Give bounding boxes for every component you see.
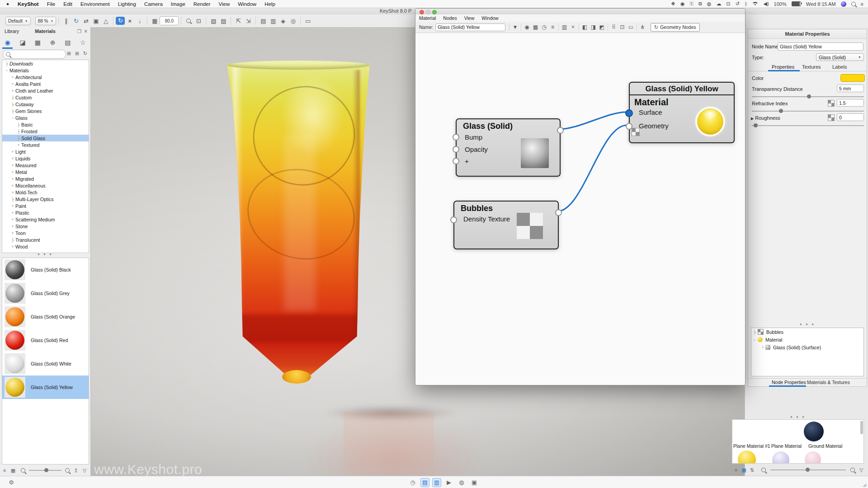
tree-expander[interactable]: + xyxy=(10,231,15,235)
tree-item[interactable]: ├ Translucent xyxy=(2,236,89,243)
tree-expander[interactable]: + xyxy=(10,89,15,93)
refractive-texture-icon[interactable] xyxy=(828,100,835,107)
presentation-mode-icon[interactable]: ▭ xyxy=(303,18,313,24)
tree-item[interactable]: + Architectural xyxy=(2,74,89,80)
tree-item[interactable]: + Metal xyxy=(2,169,89,175)
settings-gear-icon[interactable]: ⚙ xyxy=(6,479,16,486)
tab-environments-icon[interactable]: ⊕ xyxy=(45,37,60,49)
transparency-slider[interactable] xyxy=(752,96,864,97)
tree-expander[interactable]: + xyxy=(10,217,15,222)
resize-grip[interactable]: ◢ xyxy=(863,482,866,487)
refractive-index-field[interactable] xyxy=(837,99,864,107)
material-list-item[interactable]: Glass (Solid) Orange xyxy=(2,305,89,328)
thumb-zoom-in-icon[interactable] xyxy=(850,468,855,472)
add-utility-node-icon[interactable]: ≡ xyxy=(548,24,557,30)
copy-with-textures-icon[interactable]: ◧ xyxy=(580,24,589,30)
tree-item[interactable]: + Plastic xyxy=(2,209,89,216)
tab-properties[interactable]: Properties xyxy=(772,64,794,70)
port-add[interactable] xyxy=(453,158,459,164)
minimize-window-button[interactable] xyxy=(426,10,430,14)
geometry-nodes-button[interactable]: ↻Geometry Nodes xyxy=(651,23,700,32)
add-texture-node-icon[interactable]: ▦ xyxy=(531,24,540,30)
node-glass-solid[interactable]: Glass (Solid) Bump Opacity + xyxy=(456,118,561,177)
material-list-item[interactable]: Glass (Solid) Red xyxy=(2,328,89,352)
scrollbar[interactable] xyxy=(860,421,863,434)
roughness-disclosure[interactable]: ▶ Roughness xyxy=(751,115,780,121)
refresh-library-icon[interactable]: ↻ xyxy=(83,51,87,56)
tree-item[interactable]: + Textured xyxy=(2,141,89,148)
tree-item[interactable]: + Measured xyxy=(2,162,89,169)
tree-item[interactable]: + Mold-Tech xyxy=(2,189,89,196)
tree-expander[interactable]: + xyxy=(10,163,15,168)
tree-expander[interactable]: ├ xyxy=(16,136,21,141)
tree-item[interactable]: − Glass xyxy=(2,114,89,121)
material-name-field[interactable] xyxy=(435,23,505,31)
cloud-upload-icon[interactable]: ☁ xyxy=(716,1,721,7)
list-view-icon[interactable]: ≡ xyxy=(732,467,740,473)
dropbox-icon[interactable]: ❖ xyxy=(671,1,675,7)
roughness-texture-icon[interactable] xyxy=(828,114,835,121)
tab-colors-icon[interactable]: ◪ xyxy=(15,37,30,49)
airplay-icon[interactable]: ⊡ xyxy=(726,1,730,7)
tree-item[interactable]: + Paint xyxy=(2,202,89,209)
tree-expander[interactable]: + xyxy=(10,156,15,161)
bluetooth-icon[interactable]: ᛒ xyxy=(745,1,748,7)
show-connections-icon[interactable]: ⋔ xyxy=(638,24,647,30)
scene-material-label[interactable]: Ground Material xyxy=(808,443,842,449)
tab-favorites-icon[interactable]: ☆ xyxy=(75,37,90,49)
save-icon[interactable]: ▼ xyxy=(511,24,519,30)
zoom-region-icon[interactable] xyxy=(184,18,193,24)
tab-backplates-icon[interactable]: ▤ xyxy=(60,37,75,49)
siri-icon[interactable] xyxy=(841,1,846,7)
menu-view[interactable]: View xyxy=(215,1,234,7)
creative-cloud-icon[interactable]: ◉ xyxy=(680,1,685,7)
studios-icon[interactable]: ▤ xyxy=(258,18,268,24)
tree-item-bubbles[interactable]: ├ Bubbles xyxy=(751,328,863,336)
tree-expander[interactable]: + xyxy=(10,170,15,174)
tree-expander[interactable]: ├ xyxy=(10,102,15,107)
menu-image[interactable]: Image xyxy=(167,1,189,7)
tree-expander[interactable]: + xyxy=(10,224,15,229)
sort-icon[interactable]: ⇅ xyxy=(748,467,756,473)
tree-expander[interactable]: ├ xyxy=(10,197,15,202)
export-scene-icon[interactable]: ⇲ xyxy=(243,18,253,24)
tree-expander[interactable]: + xyxy=(10,183,15,188)
lock-camera-icon[interactable]: ▧ xyxy=(208,18,218,24)
upload-material-icon[interactable]: ↥ xyxy=(71,468,80,474)
panel-splitter[interactable]: ● ● ● xyxy=(0,252,90,256)
tree-expander[interactable]: + xyxy=(10,75,15,80)
thumb-zoom-in-icon[interactable] xyxy=(65,468,70,473)
pan-mode-icon[interactable]: × xyxy=(125,18,135,24)
menu-lighting[interactable]: Lighting xyxy=(114,1,140,7)
panel-splitter[interactable]: ● ● ● xyxy=(748,322,867,326)
tree-expander[interactable]: − xyxy=(4,68,9,73)
duplicate-node-icon[interactable]: ▥ xyxy=(560,24,569,30)
zoom-100-icon[interactable]: ▭ xyxy=(627,24,635,30)
tree-item[interactable]: ├ Solid Glass xyxy=(2,135,89,141)
tree-item[interactable]: + Liquids xyxy=(2,155,89,162)
geometry-texture-chip[interactable] xyxy=(632,128,640,136)
port-opacity[interactable] xyxy=(453,146,459,153)
import-geometry-icon[interactable]: ⇱ xyxy=(233,18,243,24)
close-window-button[interactable] xyxy=(420,10,424,14)
add-material-node-icon[interactable]: ◉ xyxy=(523,24,531,30)
menu-render[interactable]: Render xyxy=(189,1,215,7)
pink-material-sphere[interactable] xyxy=(805,451,821,464)
graph-window-titlebar[interactable] xyxy=(415,9,745,15)
add-subfolder-icon[interactable]: ⊞ xyxy=(75,51,79,56)
tree-expander[interactable]: + xyxy=(10,82,15,86)
graph-menu-item[interactable]: View xyxy=(461,15,478,21)
tree-item[interactable]: ├ Basic xyxy=(2,121,89,128)
tree-expander[interactable]: ├ xyxy=(16,122,21,127)
thumb-zoom-out-icon[interactable] xyxy=(21,468,25,473)
menu-help[interactable]: Help xyxy=(260,1,279,7)
tree-item[interactable]: ├ Custom xyxy=(2,94,89,101)
materials-shield-icon[interactable]: ◈ xyxy=(278,18,288,24)
tab-materials-icon[interactable]: ◉ xyxy=(0,37,15,49)
filter-icon[interactable]: ▽ xyxy=(857,467,866,473)
tree-item[interactable]: ├ Downloads xyxy=(2,60,89,67)
tree-item[interactable]: + Light xyxy=(2,148,89,155)
zoom-window-button[interactable] xyxy=(432,10,437,14)
spotlight-search-icon[interactable] xyxy=(851,2,856,6)
zoom-level-dropdown[interactable]: 88 %▼ xyxy=(35,17,57,25)
